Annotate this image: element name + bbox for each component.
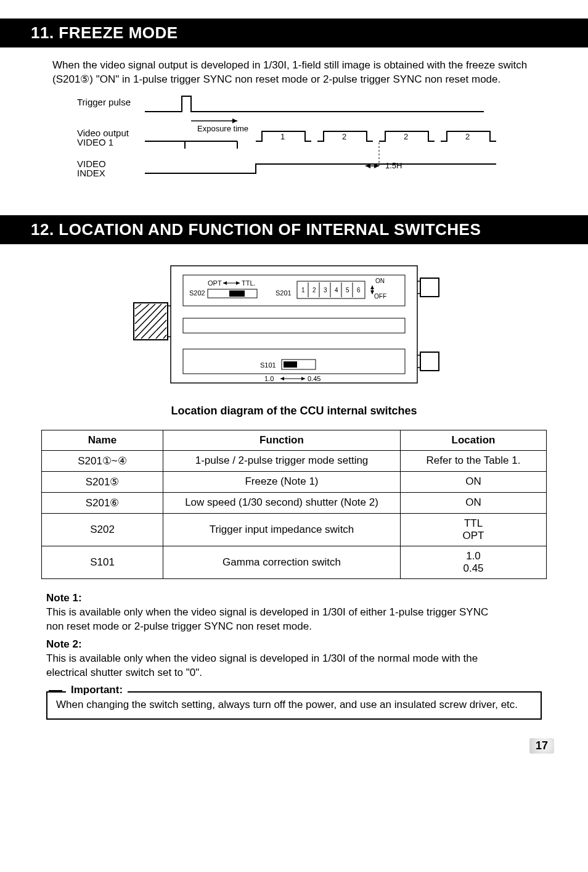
frame-num-1: 1 xyxy=(280,132,285,141)
svg-marker-51 xyxy=(370,286,374,289)
important-box: Important: When changing the switch sett… xyxy=(46,691,542,720)
important-label: Important: xyxy=(66,684,128,696)
svg-marker-1 xyxy=(232,118,237,123)
svg-marker-31 xyxy=(236,281,240,285)
cell-loc: ON xyxy=(401,471,547,492)
table-row: S101 Gamma correction switch 1.0 0.45 xyxy=(42,546,547,578)
svg-line-14 xyxy=(141,313,166,339)
table-row: S201⑥ Low speed (1/30 second) shutter (N… xyxy=(42,492,547,513)
th-location: Location xyxy=(401,430,547,450)
section-11-paragraph: When the video signal output is develope… xyxy=(52,59,560,87)
svg-line-13 xyxy=(135,304,141,309)
important-text: When changing the switch setting, always… xyxy=(56,699,518,710)
cell-loc: TTL OPT xyxy=(401,513,547,546)
note2-text: This is available only when the video si… xyxy=(46,652,502,680)
note1-tag: Note 1: xyxy=(46,591,92,606)
svg-text:1.0: 1.0 xyxy=(264,375,274,382)
cell-name: S201⑤ xyxy=(42,471,163,492)
svg-text:1: 1 xyxy=(301,287,305,294)
cell-name: S101 xyxy=(42,546,163,578)
switch-table: Name Function Location S201①~④ 1-pulse /… xyxy=(41,430,547,579)
svg-text:3: 3 xyxy=(324,287,327,294)
cell-func: Gamma correction switch xyxy=(163,546,401,578)
svg-line-10 xyxy=(135,304,161,331)
page-number: 17 xyxy=(28,738,554,754)
cell-loc: Refer to the Table 1. xyxy=(401,450,547,471)
cell-func: Trigger input impedance switch xyxy=(163,513,401,546)
cell-func: 1-pulse / 2-pulse trigger mode setting xyxy=(163,450,401,471)
cell-loc: ON xyxy=(401,492,547,513)
svg-marker-62 xyxy=(301,377,305,380)
svg-text:S202: S202 xyxy=(189,289,205,297)
svg-line-15 xyxy=(149,320,166,339)
label-trigger: Trigger pulse xyxy=(77,97,131,107)
ccu-switch-diagram: OPT TTL. S202 S201 1 2 3 4 5 6 xyxy=(28,260,560,395)
notes-block: Note 1: This is available only when the … xyxy=(46,591,542,680)
cell-name: S202 xyxy=(42,513,163,546)
svg-rect-34 xyxy=(229,290,245,297)
frame-num-2c: 2 xyxy=(465,132,470,141)
svg-rect-53 xyxy=(183,318,405,333)
svg-line-12 xyxy=(135,304,149,316)
label-1-5h: 1.5H xyxy=(385,161,402,170)
svg-rect-21 xyxy=(420,352,439,371)
svg-text:OPT: OPT xyxy=(208,279,222,287)
svg-line-17 xyxy=(163,335,166,339)
table-row: S201①~④ 1-pulse / 2-pulse trigger mode s… xyxy=(42,450,547,471)
svg-text:S101: S101 xyxy=(260,361,276,369)
svg-marker-61 xyxy=(280,377,284,380)
svg-rect-20 xyxy=(420,278,439,297)
table-row: S201⑤ Freeze (Note 1) ON xyxy=(42,471,547,492)
cell-func: Freeze (Note 1) xyxy=(163,471,401,492)
section-11-header: 11. FREEZE MODE xyxy=(0,19,588,47)
label-video1: VIDEO 1 xyxy=(77,137,113,147)
svg-text:OFF: OFF xyxy=(374,293,386,300)
svg-text:0.45: 0.45 xyxy=(308,375,321,382)
frame-num-2b: 2 xyxy=(404,132,408,141)
section-12-header: 12. LOCATION AND FUNCTION OF INTERNAL SW… xyxy=(0,215,588,244)
svg-text:5: 5 xyxy=(346,287,349,294)
note2-tag: Note 2: xyxy=(46,638,92,652)
diagram-caption: Location diagram of the CCU internal swi… xyxy=(28,405,560,417)
cell-name: S201⑥ xyxy=(42,492,163,513)
timing-svg: Trigger pulse Exposure time Video output… xyxy=(77,93,508,198)
table-row: S202 Trigger input impedance switch TTL … xyxy=(42,513,547,546)
svg-marker-30 xyxy=(223,281,227,285)
th-function: Function xyxy=(163,430,401,450)
svg-text:TTL.: TTL. xyxy=(242,279,256,287)
svg-line-9 xyxy=(135,305,166,339)
svg-rect-36 xyxy=(297,281,365,298)
svg-text:S201: S201 xyxy=(276,289,292,297)
cell-loc: 1.0 0.45 xyxy=(401,546,547,578)
label-vindex: VIDEOINDEX xyxy=(77,158,106,178)
frame-num-2a: 2 xyxy=(342,132,346,141)
cell-func: Low speed (1/30 second) shutter (Note 2) xyxy=(163,492,401,513)
cell-name: S201①~④ xyxy=(42,450,163,471)
svg-text:6: 6 xyxy=(357,287,361,294)
svg-rect-57 xyxy=(284,361,297,368)
note1-text: This is available only when the video si… xyxy=(46,606,502,634)
timing-diagram: Trigger pulse Exposure time Video output… xyxy=(77,93,560,200)
label-exposure: Exposure time xyxy=(197,124,248,133)
svg-text:4: 4 xyxy=(335,287,338,294)
svg-text:ON: ON xyxy=(375,278,385,284)
svg-text:2: 2 xyxy=(312,287,316,294)
th-name: Name xyxy=(42,430,163,450)
